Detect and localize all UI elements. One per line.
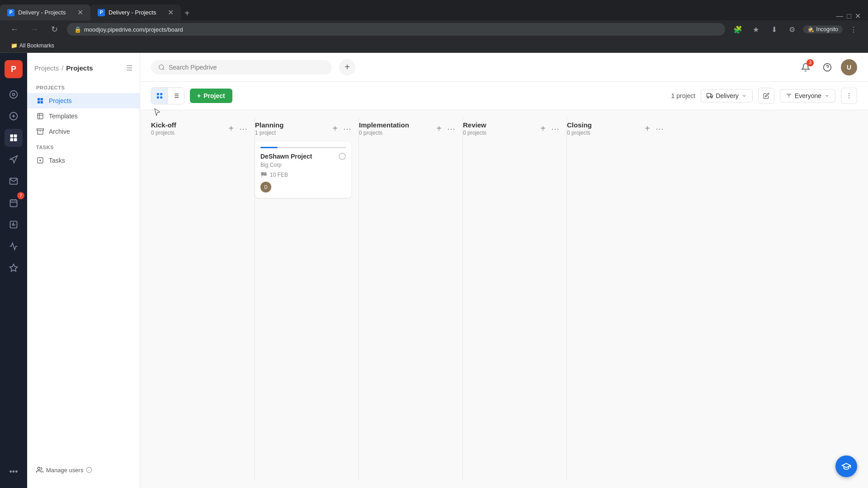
delivery-filter-button[interactable]: Delivery	[701, 89, 753, 103]
sidebar-item-archive[interactable]: Archive	[27, 124, 140, 139]
implementation-add-button[interactable]: +	[433, 122, 445, 135]
incognito-badge: 🕵 Incognito	[803, 25, 843, 33]
planning-add-button[interactable]: +	[329, 122, 341, 135]
bookmarks-folder-icon: 📁	[11, 42, 18, 49]
svg-rect-8	[14, 138, 17, 141]
manage-users-button[interactable]: Manage users	[36, 466, 131, 474]
review-more-button[interactable]: ⋯	[551, 124, 559, 134]
sidebar-tasks-section: TASKS Tasks	[27, 139, 140, 168]
refresh-button[interactable]: ↻	[47, 22, 61, 37]
kickoff-more-button[interactable]: ⋯	[239, 124, 247, 134]
nav-mail[interactable]	[5, 172, 23, 190]
forward-button[interactable]: →	[27, 22, 42, 37]
back-button[interactable]: ←	[7, 22, 22, 37]
nav-home[interactable]	[5, 85, 23, 103]
planning-column-title: Planning	[255, 121, 283, 129]
projects-icon	[36, 97, 44, 105]
edit-icon	[763, 93, 769, 99]
add-project-label: Project	[203, 92, 225, 99]
svg-rect-41	[157, 96, 159, 99]
nav-projects[interactable]	[5, 129, 23, 147]
help-icon[interactable]	[819, 59, 835, 75]
breadcrumb: Projects / Projects	[34, 64, 93, 72]
delivery-filter-label: Delivery	[716, 92, 739, 99]
svg-rect-5	[10, 135, 14, 138]
board-header-right: 1 project Delivery Everyone	[671, 88, 857, 104]
nav-integrations[interactable]	[5, 259, 23, 277]
download-icon[interactable]: ⬇	[767, 22, 781, 37]
global-add-button[interactable]: +	[339, 59, 355, 75]
sidebar-item-projects[interactable]: Projects	[27, 93, 140, 108]
more-options-button[interactable]	[841, 88, 857, 104]
user-avatar[interactable]: U	[841, 59, 857, 75]
tab-2[interactable]: P Delivery - Projects ✕	[90, 5, 181, 20]
svg-marker-49	[711, 95, 713, 97]
planning-column-body: DeShawn Project Big Corp 🏁 10 FEB D	[255, 141, 351, 232]
card-progress-bar-container	[260, 147, 346, 148]
sidebar-projects-section: PROJECTS Projects Templates Archive	[27, 80, 140, 139]
sidebar-item-tasks[interactable]: Tasks	[27, 153, 140, 168]
kickoff-add-button[interactable]: +	[225, 122, 237, 135]
planning-more-button[interactable]: ⋯	[343, 124, 351, 134]
list-view-button[interactable]	[168, 88, 184, 104]
url-bar[interactable]: 🔒 moodjoy.pipedrive.com/projects/board	[67, 23, 725, 36]
extensions-icon[interactable]: 🧩	[731, 22, 745, 37]
breadcrumb-separator: /	[61, 64, 63, 72]
card-title: DeShawn Project	[260, 153, 312, 160]
nav-deals[interactable]	[5, 107, 23, 125]
svg-rect-39	[160, 93, 162, 95]
project-card-deshawn[interactable]: DeShawn Project Big Corp 🏁 10 FEB D	[255, 141, 351, 198]
review-add-button[interactable]: +	[537, 122, 549, 135]
minimize-button[interactable]: —	[836, 12, 843, 20]
browser-actions: 🧩 ★ ⬇ ⚙ 🕵 Incognito ⋮	[731, 22, 861, 37]
info-icon	[86, 467, 92, 473]
search-input[interactable]	[169, 64, 325, 71]
maximize-button[interactable]: □	[847, 12, 851, 20]
implementation-more-button[interactable]: ⋯	[447, 124, 455, 134]
tab-1-favicon: P	[7, 9, 14, 16]
tab-1-close[interactable]: ✕	[77, 8, 83, 17]
nav-activities[interactable]	[5, 150, 23, 169]
everyone-filter-button[interactable]: Everyone	[780, 89, 835, 103]
closing-column-header: Closing 0 projects + ⋯	[567, 117, 664, 141]
tab-2-title: Delivery - Projects	[108, 9, 164, 16]
sidebar-templates-label: Templates	[49, 113, 78, 120]
closing-column-count: 0 projects	[567, 130, 592, 136]
notifications-icon[interactable]: 3	[797, 59, 814, 75]
edit-button[interactable]	[758, 88, 774, 104]
review-column-title: Review	[463, 121, 486, 129]
tab-2-close[interactable]: ✕	[168, 8, 174, 17]
closing-more-button[interactable]: ⋯	[656, 124, 664, 134]
project-count: 1 project	[671, 92, 696, 99]
review-column-count: 0 projects	[463, 130, 486, 136]
tab-1[interactable]: P Delivery - Projects ✕	[0, 5, 90, 20]
settings-icon[interactable]: ⚙	[785, 22, 799, 37]
close-button[interactable]: ✕	[855, 12, 861, 20]
delivery-chevron-icon	[741, 93, 747, 99]
address-bar: ← → ↻ 🔒 moodjoy.pipedrive.com/projects/b…	[0, 20, 868, 38]
help-chat-button[interactable]	[835, 455, 857, 477]
nav-calendar[interactable]: 7	[5, 194, 23, 212]
search-bar[interactable]	[151, 60, 332, 75]
breadcrumb-parent[interactable]: Projects	[34, 64, 59, 72]
menu-icon[interactable]: ⋮	[846, 22, 861, 37]
implementation-column-body	[359, 141, 455, 232]
board-view-button[interactable]	[151, 88, 168, 104]
search-icon	[158, 64, 165, 71]
add-project-icon: +	[197, 92, 201, 99]
nav-reports[interactable]	[5, 216, 23, 234]
bookmark-icon[interactable]: ★	[749, 22, 763, 37]
sidebar-collapse-button[interactable]: ☰	[126, 64, 132, 72]
app-logo[interactable]: P	[5, 60, 23, 78]
nav-more[interactable]: •••	[5, 463, 23, 481]
add-project-button[interactable]: + Project	[190, 89, 232, 103]
card-flag-icon: 🏁	[260, 172, 267, 178]
column-closing: Closing 0 projects + ⋯	[567, 117, 671, 481]
all-bookmarks[interactable]: 📁 All Bookmarks	[7, 41, 58, 51]
new-tab-button[interactable]: +	[181, 6, 193, 20]
closing-add-button[interactable]: +	[641, 122, 654, 135]
nav-insights[interactable]	[5, 237, 23, 255]
list-view-icon	[172, 92, 179, 99]
svg-rect-20	[38, 101, 40, 103]
sidebar-item-templates[interactable]: Templates	[27, 108, 140, 124]
